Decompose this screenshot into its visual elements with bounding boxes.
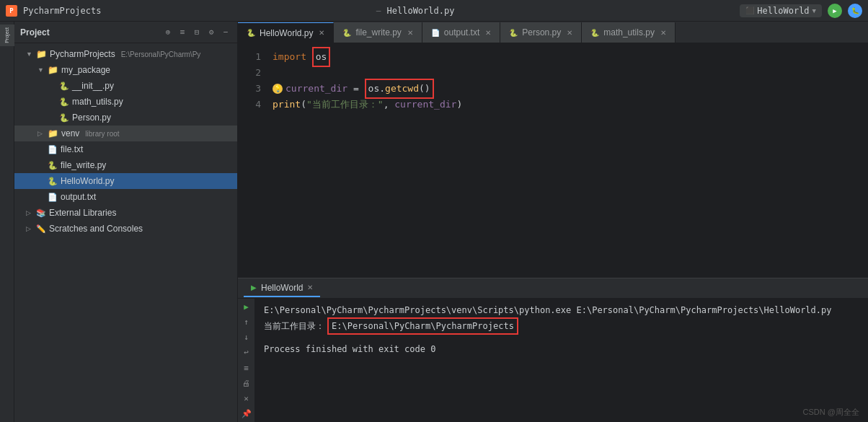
init-label: __init__.py xyxy=(72,81,114,91)
tab-outputtxt-icon: 📄 xyxy=(431,29,440,37)
tab-Person[interactable]: 🐍 Person.py ✕ xyxy=(500,22,582,43)
person-icon: 🐍 xyxy=(59,113,69,123)
person-label: Person.py xyxy=(72,113,111,123)
terminal-output-line: 当前工作目录： E:\Personal\PyCharm\PycharmProje… xyxy=(264,317,859,335)
debug-button[interactable]: 🐛 xyxy=(848,4,862,18)
run-button[interactable]: ▶ xyxy=(828,4,842,18)
tab-file_write[interactable]: 🐍 file_write.py ✕ xyxy=(334,22,422,43)
init-chevron: ▷ xyxy=(49,82,56,89)
editor-area: 🐍 HelloWorld.py ✕ 🐍 file_write.py ✕ 📄 ou… xyxy=(238,22,868,422)
soft-wrap-btn[interactable]: ≡ xyxy=(240,363,253,374)
terminal-output-label: 当前工作目录： xyxy=(264,319,324,333)
collapse-btn[interactable]: ⊟ xyxy=(191,27,203,38)
terminal-exit-line: Process finished with exit code 0 xyxy=(264,342,859,356)
scroll-down-btn[interactable]: ↓ xyxy=(240,332,253,343)
tree-item-file_txt[interactable]: ▷ 📄 file.txt xyxy=(14,141,237,157)
filewrite-chevron: ▷ xyxy=(37,162,45,169)
tab-math_utils[interactable]: 🐍 math_utils.py ✕ xyxy=(582,22,676,43)
tree-item-math_utils[interactable]: ▷ 🐍 math_utils.py xyxy=(14,94,237,110)
tab-output_txt[interactable]: 📄 output.txt ✕ xyxy=(422,22,500,43)
filewrite-label: file_write.py xyxy=(61,160,106,170)
hint-icon: 💡 xyxy=(273,84,283,94)
title-file: HelloWorld.py xyxy=(387,6,735,16)
punct-assign: = xyxy=(347,81,364,97)
main-layout: Project Project ⊕ ≡ ⊟ ⚙ − ▼ 📁 PycharmPro… xyxy=(0,22,868,422)
wrap-btn[interactable]: ↩ xyxy=(240,347,253,358)
outputtxt-chevron: ▷ xyxy=(37,193,45,201)
tree-item-output_txt[interactable]: ▷ 📄 output.txt xyxy=(14,189,237,205)
tab-filewrite-close[interactable]: ✕ xyxy=(407,29,413,37)
line-numbers: 1 2 3 4 xyxy=(238,49,267,272)
tab-HelloWorld[interactable]: 🐍 HelloWorld.py ✕ xyxy=(238,22,334,43)
person-chevron: ▷ xyxy=(49,114,56,121)
tree-item-Person[interactable]: ▷ 🐍 Person.py xyxy=(14,110,237,126)
code-line-4: print("当前工作目录：", current_dir) xyxy=(273,97,862,113)
panel-content: ▶ ↑ ↓ ↩ ≡ 🖨 ✕ 📌 E:\Personal\PyCharm\Pych… xyxy=(238,299,868,422)
init-icon: 🐍 xyxy=(59,82,69,91)
run-config-icon: ⬛ xyxy=(745,6,754,14)
ext-chevron: ▷ xyxy=(26,209,33,216)
tab-outputtxt-close[interactable]: ✕ xyxy=(485,29,491,37)
settings-btn[interactable]: ⚙ xyxy=(205,27,217,38)
tab-mathutils-label: math_utils.py xyxy=(603,27,655,38)
tab-person-close[interactable]: ✕ xyxy=(567,29,572,37)
tree-item-HelloWorld[interactable]: ▷ 🐍 HelloWorld.py xyxy=(14,173,237,189)
new-file-btn[interactable]: ⊕ xyxy=(162,27,174,38)
title-project: PycharmProjects xyxy=(23,6,371,16)
pin-btn[interactable]: 📌 xyxy=(240,408,253,419)
tree-item-file_write[interactable]: ▷ 🐍 file_write.py xyxy=(14,157,237,173)
math-icon: 🐍 xyxy=(59,97,69,107)
sidebar: Project ⊕ ≡ ⊟ ⚙ − ▼ 📁 PycharmProjects E:… xyxy=(14,22,238,422)
filetxt-icon: 📄 xyxy=(48,145,58,154)
tree-item-my_package[interactable]: ▼ 📁 my_package xyxy=(14,62,237,78)
tab-outputtxt-label: output.txt xyxy=(444,27,479,38)
tree-item-ext-libraries[interactable]: ▷ 📚 External Libraries xyxy=(14,205,237,221)
code-editor[interactable]: 1 2 3 4 import os 💡 current_dir = xyxy=(238,43,868,278)
run-panel-label: HelloWorld xyxy=(261,283,303,293)
venv-badge: library root xyxy=(85,130,119,138)
watermark: CSDN @周全全 xyxy=(803,407,859,418)
print-btn[interactable]: 🖨 xyxy=(240,378,253,389)
sidebar-title: Project xyxy=(20,27,50,38)
math-label: math_utils.py xyxy=(72,97,123,107)
code-line-1: import os xyxy=(273,49,862,65)
app-logo: P xyxy=(6,5,17,17)
tree-root[interactable]: ▼ 📁 PycharmProjects E:\Personal\PyCharm\… xyxy=(14,46,237,62)
tree-item-venv[interactable]: ▷ 📁 venv library root xyxy=(14,126,237,141)
code-content[interactable]: import os 💡 current_dir = os.getcwd() pr… xyxy=(267,49,868,272)
tab-mathutils-icon: 🐍 xyxy=(590,29,599,37)
outputtxt-icon: 📄 xyxy=(48,193,58,202)
sidebar-content: ▼ 📁 PycharmProjects E:\Personal\PyCharm\… xyxy=(14,43,237,422)
keyword-import: import xyxy=(273,49,306,65)
bottom-panel: ▶ HelloWorld ✕ ▶ ↑ ↓ ↩ ≡ 🖨 ✕ 📌 xyxy=(238,278,868,422)
run-panel-icon: ▶ xyxy=(251,283,257,291)
tab-helloworld-label: HelloWorld.py xyxy=(260,28,313,38)
code-line-3: 💡 current_dir = os.getcwd() xyxy=(273,81,862,97)
run-config-chevron: ▼ xyxy=(812,7,816,14)
terminal-content[interactable]: E:\Personal\PyCharm\PycharmProjects\venv… xyxy=(255,299,868,422)
tab-helloworld-close[interactable]: ✕ xyxy=(319,29,324,37)
close-sidebar-btn[interactable]: − xyxy=(220,27,231,38)
sidebar-toolbar: ⊕ ≡ ⊟ ⚙ − xyxy=(162,27,231,38)
tree-item-init[interactable]: ▷ 🐍 __init__.py xyxy=(14,78,237,94)
run-config-selector[interactable]: ⬛ HelloWorld ▼ xyxy=(740,4,822,17)
tab-mathutils-close[interactable]: ✕ xyxy=(660,29,666,37)
helloworld-label: HelloWorld.py xyxy=(61,176,114,186)
tree-item-scratches[interactable]: ▷ ✏️ Scratches and Consoles xyxy=(14,221,237,237)
tab-filewrite-label: file_write.py xyxy=(355,27,401,38)
new-folder-btn[interactable]: ≡ xyxy=(177,27,188,38)
highlight-getcwd: os.getcwd() xyxy=(365,79,434,99)
panel-tab-run[interactable]: ▶ HelloWorld ✕ xyxy=(244,280,320,297)
ext-label: External Libraries xyxy=(49,208,116,218)
activity-project[interactable]: Project xyxy=(0,25,14,46)
run-panel-close[interactable]: ✕ xyxy=(307,283,313,291)
clear-btn[interactable]: ✕ xyxy=(240,393,253,404)
activity-bar: Project xyxy=(0,22,14,422)
my-package-chevron: ▼ xyxy=(37,66,45,74)
my-package-icon: 📁 xyxy=(48,65,58,75)
filewrite-icon: 🐍 xyxy=(48,161,58,170)
filetxt-chevron: ▷ xyxy=(37,146,45,153)
scroll-up-btn[interactable]: ↑ xyxy=(240,317,253,328)
run-again-btn[interactable]: ▶ xyxy=(240,302,253,312)
run-config-name: HelloWorld xyxy=(757,6,809,16)
